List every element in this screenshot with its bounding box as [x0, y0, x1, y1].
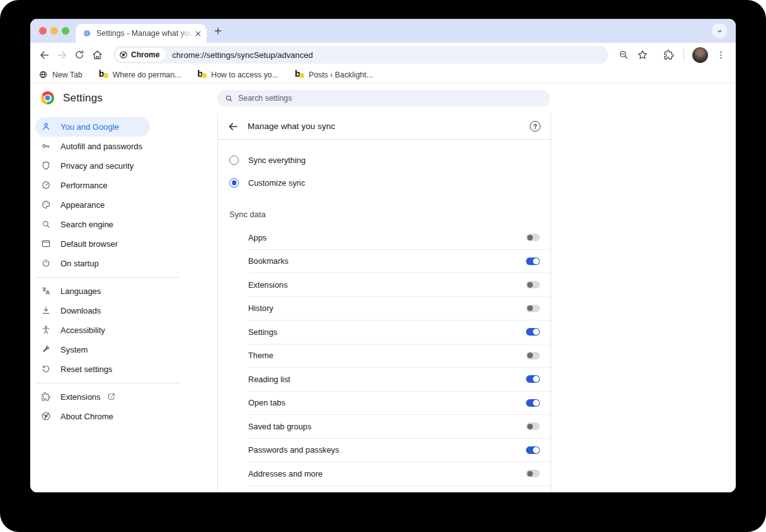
tab-strip: Settings - Manage what you s [30, 19, 736, 43]
radio-label: Customize sync [248, 178, 305, 188]
profile-avatar[interactable] [692, 47, 708, 63]
history-toggle[interactable] [526, 305, 540, 312]
external-link-icon [107, 392, 116, 401]
sidebar-item-performance[interactable]: Performance [35, 176, 150, 195]
sidebar-item-label: Accessibility [60, 325, 105, 335]
settings-search[interactable] [217, 90, 550, 106]
sidebar-item-downloads[interactable]: Downloads [35, 301, 150, 320]
reading-list-toggle[interactable] [526, 375, 540, 383]
back-arrow-icon[interactable] [227, 120, 239, 133]
sync-row-label: Bookmarks [248, 256, 526, 266]
addresses-and-more-toggle[interactable] [526, 470, 540, 477]
backlight-favicon: b [99, 70, 108, 79]
customize-sync-radio[interactable] [229, 178, 239, 188]
bookmark-star-icon[interactable] [634, 46, 651, 64]
sync-row-theme: Theme [248, 344, 551, 368]
sync-row-label: Settings [248, 327, 526, 337]
sidebar-item-system[interactable]: System [35, 340, 150, 359]
extensions-puzzle-icon[interactable] [660, 46, 678, 64]
sidebar-item-you-and-google[interactable]: You and Google [35, 117, 150, 137]
bookmarks-bar: New TabbWhere do perman...bHow to access… [30, 67, 736, 83]
forward-icon[interactable] [53, 46, 71, 64]
tab-close-icon[interactable] [193, 28, 203, 38]
chrome-mono-logo-icon [119, 50, 128, 59]
settings-gear-favicon [83, 29, 91, 38]
power-icon [41, 258, 51, 268]
tab-settings[interactable]: Settings - Manage what you s [76, 24, 207, 43]
minimize-window-button[interactable] [50, 27, 58, 35]
address-bar[interactable]: Chrome chrome://settings/syncSetup/advan… [113, 46, 609, 64]
site-chip[interactable]: Chrome [115, 48, 166, 62]
sidebar-item-reset-settings[interactable]: Reset settings [35, 359, 150, 379]
sidebar-item-label: Extensions [60, 392, 101, 402]
backlight-favicon: b [295, 70, 304, 79]
content-header: Manage what you sync ? [218, 113, 551, 140]
sidebar-item-appearance[interactable]: Appearance [35, 195, 150, 215]
bookmark-new-tab[interactable]: New Tab [38, 70, 83, 79]
sidebar-item-privacy-and-security[interactable]: Privacy and security [35, 156, 150, 176]
toolbar-separator [683, 49, 684, 60]
sidebar-item-accessibility[interactable]: Accessibility [35, 320, 150, 340]
site-chip-label: Chrome [131, 50, 159, 59]
sidebar-item-default-browser[interactable]: Default browser [35, 234, 150, 254]
search-icon [225, 94, 233, 103]
back-icon[interactable] [35, 46, 53, 64]
theme-toggle[interactable] [526, 352, 540, 359]
passwords-and-passkeys-toggle[interactable] [526, 446, 540, 454]
puzzle-icon [41, 392, 51, 402]
open-tabs-toggle[interactable] [526, 399, 540, 407]
globe-icon [38, 70, 48, 79]
bookmark-posts-backlight[interactable]: bPosts ‹ Backlight... [295, 70, 373, 79]
sidebar-item-label: Autofill and passwords [60, 142, 142, 151]
sync-row-history: History [248, 297, 551, 321]
fullscreen-window-button[interactable] [62, 27, 69, 35]
tab-search-chevron-button[interactable] [712, 23, 727, 38]
sidebar-item-languages[interactable]: Languages [35, 281, 150, 301]
key-icon [41, 141, 51, 151]
bookmark-where-do-perman[interactable]: bWhere do perman... [99, 70, 181, 79]
bookmark-how-to-access-yo[interactable]: bHow to access yo... [197, 70, 278, 79]
sync-row-reading-list: Reading list [248, 368, 551, 392]
extensions-toggle[interactable] [526, 281, 540, 288]
sidebar-item-label: Appearance [60, 200, 105, 210]
bookmarks-toggle[interactable] [526, 258, 540, 265]
person-icon [41, 122, 51, 132]
toolbar-right-cluster [615, 46, 729, 64]
url-text[interactable]: chrome://settings/syncSetup/advanced [172, 50, 312, 60]
sync-row-label: History [248, 303, 526, 313]
sidebar-item-extensions[interactable]: Extensions [35, 387, 150, 407]
sync-row-label: Addresses and more [248, 469, 526, 478]
sidebar-item-search-engine[interactable]: Search engine [35, 215, 150, 234]
sidebar-item-on-startup[interactable]: On startup [35, 254, 150, 273]
bookmark-label: Where do perman... [113, 71, 181, 79]
saved-tab-groups-toggle[interactable] [526, 422, 540, 430]
settings-title: Settings [63, 92, 103, 105]
sidebar-item-label: You and Google [60, 122, 119, 132]
zoom-out-icon[interactable] [615, 46, 632, 64]
sidebar-item-label: Reset settings [60, 365, 112, 374]
home-icon[interactable] [88, 46, 106, 64]
radio-row-customize-sync[interactable]: Customize sync [218, 171, 551, 194]
sidebar-item-autofill-and-passwords[interactable]: Autofill and passwords [35, 137, 150, 156]
new-tab-button[interactable] [211, 24, 225, 38]
speedometer-icon [41, 180, 51, 190]
settings-body: You and GoogleAutofill and passwordsPriv… [30, 113, 736, 492]
settings-search-input[interactable] [238, 94, 542, 103]
apps-toggle[interactable] [526, 234, 540, 241]
help-icon[interactable]: ? [530, 121, 540, 132]
chrome-icon [41, 411, 51, 421]
menu-dots-icon[interactable] [712, 46, 729, 64]
sidebar-item-about-chrome[interactable]: About Chrome [35, 407, 150, 426]
reload-icon[interactable] [71, 46, 88, 64]
close-window-button[interactable] [39, 27, 47, 35]
settings-toggle[interactable] [526, 328, 540, 336]
bookmark-label: Posts ‹ Backlight... [309, 71, 373, 79]
sidebar-item-label: About Chrome [60, 412, 113, 421]
sync-everything-radio[interactable] [229, 156, 239, 165]
chrome-window: Settings - Manage what you s [30, 19, 736, 492]
radio-row-sync-everything[interactable]: Sync everything [218, 149, 551, 171]
sync-row-passwords-and-passkeys: Passwords and passkeys [248, 439, 551, 463]
sidebar-item-label: Search engine [60, 220, 113, 229]
sidebar-item-label: System [60, 345, 88, 354]
sync-row-saved-tab-groups: Saved tab groups [248, 415, 551, 439]
